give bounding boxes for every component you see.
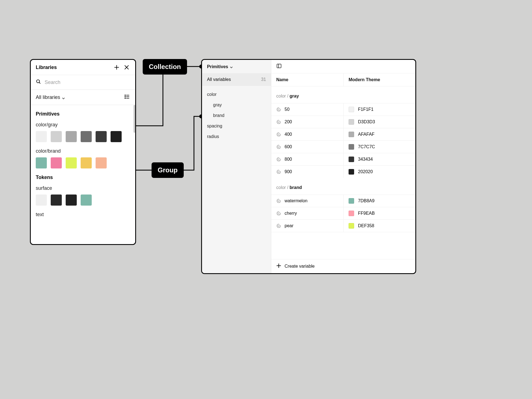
color-swatch	[349, 169, 354, 175]
svg-point-15	[278, 134, 278, 134]
variable-value-cell: 7C7C7C	[343, 141, 415, 153]
svg-point-18	[278, 146, 278, 147]
variable-name-cell: 900	[271, 166, 343, 178]
variable-row[interactable]: 6007C7C7C	[271, 140, 415, 153]
variable-hex: 343434	[358, 157, 373, 162]
variable-hex: FF9EAB	[358, 211, 375, 216]
color-swatch[interactable]	[36, 157, 47, 168]
color-swatch[interactable]	[96, 131, 107, 142]
variable-value-cell: 343434	[343, 153, 415, 165]
color-swatch[interactable]	[66, 131, 77, 142]
variable-row[interactable]: 200D3D3D3	[271, 116, 415, 128]
variable-name-cell: cherry	[271, 208, 343, 219]
variables-main: Name Modern Theme color / gray50F1F1F120…	[271, 60, 415, 273]
palette-icon	[276, 157, 281, 162]
variable-hex: DEF358	[358, 223, 374, 228]
color-swatch[interactable]	[81, 195, 92, 206]
color-swatch[interactable]	[51, 131, 62, 142]
chevron-down-icon	[230, 65, 233, 68]
create-variable-label: Create variable	[285, 264, 315, 269]
color-swatch	[349, 223, 354, 229]
variable-name-cell: 400	[271, 129, 343, 140]
color-swatch[interactable]	[66, 195, 77, 206]
palette-icon	[276, 119, 281, 124]
variable-hex: D3D3D3	[358, 119, 375, 124]
variable-row[interactable]: 50F1F1F1	[271, 103, 415, 116]
variable-value-cell: DEF358	[343, 220, 415, 232]
sidebar-toggle-icon[interactable]	[276, 63, 282, 70]
variable-row[interactable]: 800343434	[271, 153, 415, 165]
variable-value-cell: FF9EAB	[343, 207, 415, 219]
all-variables-label: All variables	[207, 77, 231, 82]
svg-point-29	[279, 201, 280, 202]
palette-icon	[276, 107, 281, 112]
search-input[interactable]	[45, 80, 130, 85]
scrollbar-thumb[interactable]	[134, 105, 135, 133]
variables-rows: color / gray50F1F1F1200D3D3D3400AFAFAF60…	[271, 86, 415, 259]
variable-value-cell: 7DB8A9	[343, 195, 415, 207]
tree-item[interactable]: spacing	[202, 121, 271, 131]
svg-point-4	[37, 80, 40, 83]
palette-icon	[276, 132, 281, 137]
variable-row[interactable]: pearDEF358	[271, 219, 415, 232]
libraries-body: Primitives color/gray color/brand Tokens…	[31, 105, 135, 244]
color-swatch	[349, 107, 354, 112]
collection-dropdown[interactable]: Primitives	[202, 60, 271, 73]
create-variable-button[interactable]: Create variable	[271, 259, 415, 273]
libraries-filter-dropdown[interactable]: All libraries	[36, 94, 124, 100]
color-swatch[interactable]	[36, 131, 47, 142]
svg-point-16	[278, 135, 278, 135]
variable-name-cell: watermelon	[271, 195, 343, 207]
color-swatch[interactable]	[111, 131, 122, 142]
svg-point-27	[278, 200, 278, 201]
svg-point-17	[279, 135, 280, 135]
variable-name: 900	[285, 169, 292, 174]
variables-tree: colorgraybrandspacingradius	[202, 86, 271, 142]
color-swatch[interactable]	[36, 195, 47, 206]
svg-point-32	[279, 214, 280, 214]
variable-hex: AFAFAF	[358, 132, 375, 137]
section-primitives: Primitives	[36, 111, 130, 117]
tree-item[interactable]: color	[202, 89, 271, 100]
variable-hex: F1F1F1	[358, 107, 374, 112]
all-variables-count: 31	[261, 77, 266, 82]
group-surface-label: surface	[36, 185, 130, 191]
close-icon[interactable]	[123, 64, 130, 71]
variable-name: 800	[285, 157, 292, 162]
svg-rect-8	[277, 64, 281, 68]
palette-icon	[276, 211, 281, 216]
svg-point-22	[278, 160, 278, 160]
tree-item[interactable]: radius	[202, 131, 271, 142]
color-swatch	[349, 119, 354, 125]
variable-row[interactable]: 400AFAFAF	[271, 128, 415, 140]
color-swatch[interactable]	[51, 195, 62, 206]
libraries-header: Libraries	[31, 60, 135, 75]
palette-icon	[276, 144, 281, 149]
color-swatch[interactable]	[81, 157, 92, 168]
all-variables-row[interactable]: All variables 31	[202, 73, 271, 86]
tree-item[interactable]: brand	[202, 110, 271, 121]
group-path: color / gray	[271, 86, 415, 103]
add-icon[interactable]	[113, 64, 120, 71]
group-color-gray-label: color/gray	[36, 122, 130, 128]
color-swatch[interactable]	[81, 131, 92, 142]
variable-row[interactable]: watermelon7DB8A9	[271, 195, 415, 207]
variable-name: 200	[285, 119, 292, 124]
list-view-icon[interactable]	[124, 94, 130, 101]
color-swatch	[349, 211, 354, 216]
group-path: color / brand	[271, 178, 415, 195]
variable-value-cell: D3D3D3	[343, 116, 415, 128]
color-swatch[interactable]	[96, 157, 107, 168]
libraries-panel: Libraries All libraries	[30, 59, 136, 245]
plus-icon	[276, 263, 281, 269]
variables-sidebar: Primitives All variables 31 colorgraybra…	[202, 60, 271, 273]
color-swatch[interactable]	[66, 157, 77, 168]
color-swatch[interactable]	[51, 157, 62, 168]
svg-point-9	[278, 109, 278, 109]
svg-point-25	[278, 172, 278, 173]
color-swatch	[349, 144, 354, 150]
libraries-search[interactable]	[31, 75, 135, 90]
variable-row[interactable]: cherryFF9EAB	[271, 207, 415, 219]
tree-item[interactable]: gray	[202, 100, 271, 110]
variable-row[interactable]: 900202020	[271, 165, 415, 178]
